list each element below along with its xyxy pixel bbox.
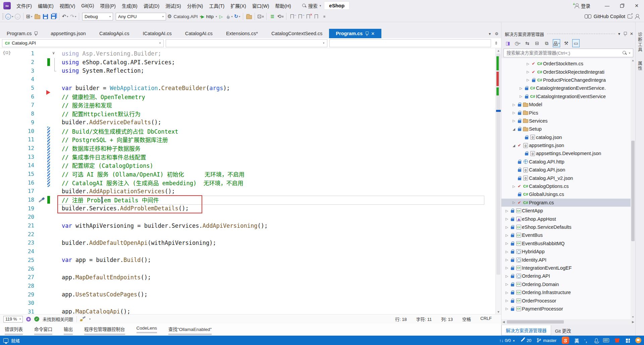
navigate-back-button[interactable]: ←▾ <box>5 12 13 21</box>
indent-mode[interactable]: 空格 <box>462 316 471 322</box>
tool-tab--[interactable]: 解决方案资源管理器 <box>501 325 551 336</box>
undo-format-icon[interactable]: ⟲≡ <box>276 12 284 21</box>
code-line-28[interactable]: 28 <box>0 282 501 290</box>
tree-item-Catalog-API-http[interactable]: Catalog.API.http <box>501 158 635 166</box>
code-line-21[interactable]: 21var withApiVersioning = builder.Servic… <box>0 221 501 230</box>
tree-item-Identity-API[interactable]: ▷Identity.API <box>501 256 635 264</box>
code-line-30[interactable]: 30 <box>0 299 501 307</box>
expander-icon[interactable]: ▷ <box>518 86 524 90</box>
expander-icon[interactable]: ▷ <box>518 94 524 98</box>
code-line-1[interactable]: 1∨using Asp.Versioning.Builder; <box>0 49 501 58</box>
new-project-button[interactable]: ⊞▾ <box>25 12 33 21</box>
solution-name-badge[interactable]: eShop <box>324 2 349 9</box>
pin-icon[interactable] <box>624 32 627 36</box>
usings-region-icon[interactable]: {} <box>3 50 11 55</box>
tree-item-IntegrationEventLogEF[interactable]: ▷C#IntegrationEventLogEF <box>501 264 635 272</box>
expander-icon[interactable]: ▷ <box>511 103 517 107</box>
ime-language-toggle[interactable]: 英 <box>575 337 579 344</box>
close-tab-icon[interactable]: ✕ <box>371 31 375 36</box>
expander-icon[interactable]: ▷ <box>504 274 509 278</box>
document-tab-Program-cs[interactable]: Program.cs <box>0 29 44 38</box>
line-ending[interactable]: CRLF <box>480 316 492 322</box>
expander-icon[interactable]: ▷ <box>504 258 509 262</box>
expander-icon[interactable]: ▷ <box>504 299 509 302</box>
menu-调试(D)[interactable]: 调试(D) <box>141 0 162 11</box>
expander-icon[interactable]: ▷ <box>504 233 509 237</box>
microphone-icon[interactable] <box>595 338 598 342</box>
menu-视图(V)[interactable]: 视图(V) <box>57 0 78 11</box>
tree-item-EventBusRabbitMQ[interactable]: ▷C#EventBusRabbitMQ <box>501 239 635 248</box>
panel-tab--[interactable]: 命令窗口 <box>34 326 52 335</box>
code-line-3[interactable]: 3using System.Reflection; <box>0 66 501 75</box>
scroll-right-icon[interactable]: ▶ <box>632 320 634 324</box>
pending-edits-button[interactable]: 20 <box>521 338 531 343</box>
ime-toolbox-icon[interactable] <box>625 338 630 343</box>
panel-tab--[interactable]: 输出 <box>64 326 73 335</box>
sogou-input-icon[interactable]: S <box>562 337 569 344</box>
tree-item-eShop-AppHost[interactable]: ▷eShop.AppHost <box>501 215 635 223</box>
code-line-2[interactable]: 2using eShop.Catalog.API.Services; <box>0 58 501 67</box>
tree-item-eShop-ServiceDefaults[interactable]: ▷C#eShop.ServiceDefaults <box>501 223 635 231</box>
panel-tab--[interactable]: 错误列表 <box>5 326 23 335</box>
collapse-all-icon[interactable]: ⊟ <box>533 39 541 47</box>
close-button[interactable]: ✕ <box>629 0 644 11</box>
expander-icon[interactable]: ▷ <box>504 209 509 213</box>
find-in-files-button[interactable]: ○ <box>245 12 253 21</box>
menu-文件(F)[interactable]: 文件(F) <box>13 0 35 11</box>
expander-icon[interactable]: ▷ <box>504 307 509 310</box>
git-sync-button[interactable]: ↑↓ 0/0▲ <box>499 338 515 343</box>
code-line-26[interactable]: 26 <box>0 264 501 273</box>
tree-item-catalog-json[interactable]: {}catalog.json <box>501 133 635 141</box>
github-copilot-button[interactable]: GitHub Copilot <box>585 11 639 22</box>
hot-reload-button[interactable]: ▾ <box>225 12 233 21</box>
tree-item-ClientApp[interactable]: ▷C#ClientApp <box>501 207 635 215</box>
editor-vertical-scrollbar[interactable]: ▲ ▼ <box>495 48 501 314</box>
tree-item-Services[interactable]: ▷Services <box>501 117 635 125</box>
code-line-14[interactable]: 14// 配置绑定 (CatalogOptions) <box>0 161 501 170</box>
restore-button[interactable] <box>614 0 629 11</box>
solution-configuration-dropdown[interactable]: Debug▾ <box>82 13 113 20</box>
document-tab-ICatalogAI-cs[interactable]: ICatalogAI.cs <box>136 29 178 38</box>
tree-item-ICatalogIntegrationEventService[interactable]: ▷C#ICatalogIntegrationEventService <box>501 92 635 100</box>
sign-in-button[interactable]: + 登录 <box>574 2 590 9</box>
sync-with-active-document-button[interactable]: ⊡≡ <box>257 12 265 21</box>
tree-item-Model[interactable]: ▷Model <box>501 100 635 109</box>
tree-item-HybridApp[interactable]: ▷HybridApp <box>501 248 635 256</box>
code-cleanup-icon[interactable] <box>80 317 86 322</box>
type-dropdown[interactable]: ▾ <box>166 39 327 47</box>
expander-icon[interactable]: ▷ <box>511 185 517 188</box>
menu-编辑(E)[interactable]: 编辑(E) <box>35 0 57 11</box>
code-line-24[interactable]: 24 <box>0 247 501 256</box>
zoom-level-dropdown[interactable]: 119 %▾ <box>3 316 23 323</box>
code-line-15[interactable]: 15// 可选 AI 服务 (Ollama/OpenAI) 初始化 无环境，不启… <box>0 170 501 179</box>
auto-hide-tab-诊断工具[interactable]: 诊断工具 <box>637 32 643 52</box>
expander-icon[interactable]: ▷ <box>525 62 531 66</box>
code-line-7[interactable]: 7// 服务注册和发现 <box>0 101 501 110</box>
start-without-debugging-button[interactable]: ▷ <box>217 12 225 21</box>
restart-button[interactable]: ↻▾ <box>233 12 241 21</box>
panel-tab--OllamaEnabled-[interactable]: 查找"OllamaEnabled" <box>168 326 212 335</box>
solution-platform-dropdown[interactable]: Any CPU▾ <box>116 13 166 20</box>
feedback-icon[interactable] <box>3 338 8 343</box>
save-all-button[interactable] <box>49 12 57 21</box>
expander-icon[interactable]: ▷ <box>504 217 509 221</box>
tree-item-Program-cs[interactable]: ▷✔C#Program.cs <box>501 199 635 207</box>
sync-with-active-document-icon[interactable]: ⇆ <box>524 39 531 47</box>
tree-item-CatalogOptions-cs[interactable]: ▷✔C#CatalogOptions.cs <box>501 182 635 190</box>
code-line-27[interactable]: 27app.MapDefaultEndpoints(); <box>0 273 501 282</box>
tree-item-ProductPriceChangedIntegra[interactable]: ▷C#ProductPriceChangedIntegra <box>501 76 635 84</box>
tree-item-Ordering-Domain[interactable]: ▷C#Ordering.Domain <box>501 280 635 288</box>
tree-item-OrderProcessor[interactable]: ▷C#OrderProcessor <box>501 296 635 304</box>
tree-item-PaymentProcessor[interactable]: ▷C#PaymentProcessor <box>501 305 635 313</box>
document-health-icon[interactable] <box>26 317 31 322</box>
code-line-16[interactable]: 16// CatalogAI 服务注入 (生成商品 embedding) 无环境… <box>0 178 501 187</box>
expander-icon[interactable]: ▷ <box>504 250 509 254</box>
expander-icon[interactable]: ◢ <box>511 144 517 147</box>
menu-扩展(X)[interactable]: 扩展(X) <box>227 0 249 11</box>
start-debugging-button[interactable]: ▶http▾ <box>201 12 217 21</box>
menu-项目(P)[interactable]: 项目(P) <box>97 0 119 11</box>
member-dropdown[interactable] <box>329 39 491 47</box>
save-button[interactable] <box>41 12 49 21</box>
expander-icon[interactable]: ▷ <box>504 282 509 286</box>
tool-tab-Git-[interactable]: Git 更改 <box>551 325 575 336</box>
